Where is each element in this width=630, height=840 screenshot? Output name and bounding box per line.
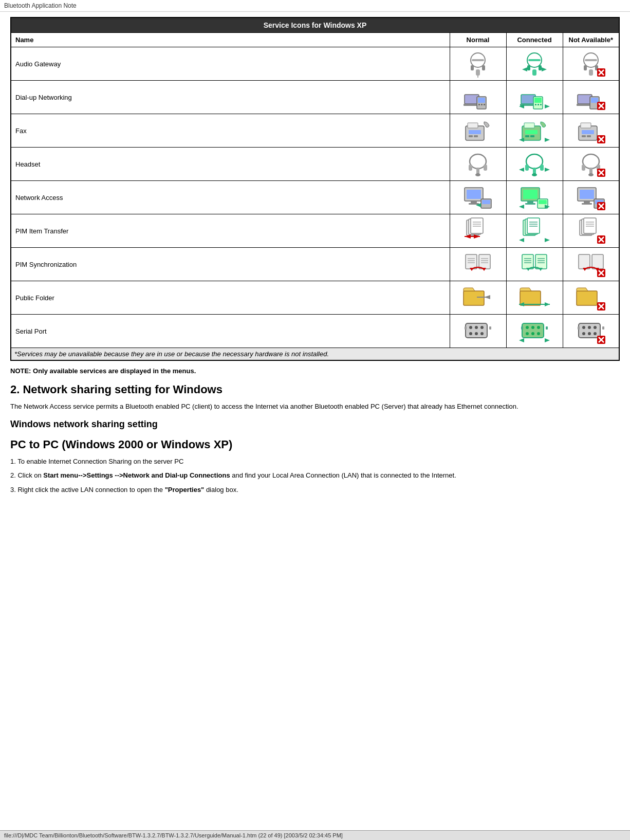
svg-point-73: [532, 173, 537, 176]
svg-rect-2: [482, 65, 485, 70]
section2-body: The Network Access service permits a Blu…: [10, 401, 620, 412]
svg-point-68: [475, 173, 480, 176]
svg-rect-77: [582, 165, 585, 171]
svg-marker-142: [470, 268, 474, 271]
svg-rect-100: [580, 190, 594, 199]
serial-port-unavailable-icon: [575, 317, 607, 345]
step3: 3. Right click the active LAN connection…: [10, 485, 620, 495]
svg-rect-66: [484, 165, 487, 171]
svg-rect-93: [527, 201, 533, 203]
svg-marker-36: [545, 104, 550, 108]
step2-bold: Start menu-->Settings -->Network and Dia…: [43, 471, 230, 479]
svg-rect-16: [585, 59, 597, 61]
svg-rect-1: [471, 65, 474, 70]
svg-rect-9: [528, 59, 541, 61]
fax-connected-icon: [518, 117, 551, 144]
table-row: Network Access: [11, 181, 619, 214]
icon-normal: [450, 148, 506, 181]
audio-gateway-connected-icon: [518, 50, 551, 78]
svg-rect-70: [525, 165, 529, 171]
svg-rect-92: [523, 190, 538, 199]
svg-rect-188: [521, 326, 523, 330]
service-icons-table: Service Icons for Windows XP Name Normal…: [10, 17, 620, 361]
sub-heading-windows: Windows network sharing setting: [10, 419, 620, 430]
col-header-normal: Normal: [450, 33, 506, 47]
public-folder-unavailable-icon: [575, 284, 607, 312]
svg-point-195: [594, 326, 597, 329]
svg-point-194: [588, 326, 591, 329]
service-name: Headset: [11, 148, 450, 181]
svg-point-177: [475, 332, 478, 335]
svg-rect-14: [584, 65, 587, 70]
service-name: Serial Port: [11, 315, 450, 348]
serial-port-normal-icon: [461, 317, 494, 345]
svg-rect-85: [467, 190, 481, 199]
svg-rect-181: [522, 323, 544, 338]
svg-rect-102: [582, 203, 592, 205]
svg-marker-124: [545, 238, 550, 242]
svg-rect-155: [592, 254, 603, 269]
fax-normal-icon: [461, 117, 494, 144]
svg-rect-96: [539, 200, 547, 204]
icon-not-available: [563, 47, 619, 81]
svg-rect-87: [469, 203, 479, 205]
svg-marker-54: [519, 138, 524, 142]
svg-point-193: [582, 326, 585, 329]
step3-bold: "Properties": [165, 486, 205, 494]
dialup-unavailable-icon: [575, 83, 607, 111]
step2-text2: and find your Local Area Connection (LAN…: [230, 471, 456, 479]
svg-rect-4: [476, 69, 480, 76]
icon-not-available: [563, 214, 619, 248]
svg-point-196: [582, 332, 585, 335]
svg-rect-58: [582, 130, 594, 134]
footer-text: file:///D|/MDC Team/Billionton/Bluetooth…: [4, 832, 343, 838]
svg-point-198: [594, 332, 597, 335]
service-name: Dial-up Networking: [11, 81, 450, 114]
svg-rect-180: [489, 326, 491, 330]
table-row: PIM Synchronization: [11, 248, 619, 281]
svg-rect-86: [471, 201, 477, 203]
icon-not-available: [563, 114, 619, 148]
table-row: Fax: [11, 114, 619, 148]
icon-normal: [450, 281, 506, 315]
icon-normal: [450, 81, 506, 114]
icon-normal: [450, 181, 506, 214]
svg-marker-123: [519, 238, 524, 242]
svg-rect-179: [465, 326, 467, 330]
svg-rect-3: [472, 59, 484, 61]
svg-marker-11: [522, 67, 527, 71]
svg-rect-101: [584, 201, 590, 203]
icon-normal: [450, 248, 506, 281]
page-header: Bluetooth Application Note: [0, 0, 630, 12]
pim-transfer-unavailable-icon: [575, 217, 607, 245]
table-main-title: Service Icons for Windows XP: [11, 17, 619, 33]
svg-point-185: [526, 332, 529, 335]
icon-connected: [506, 315, 563, 348]
svg-rect-172: [466, 323, 487, 338]
icon-connected: [506, 248, 563, 281]
svg-rect-10: [532, 69, 536, 76]
svg-rect-25: [478, 104, 480, 105]
svg-marker-190: [519, 338, 524, 342]
svg-rect-46: [469, 130, 481, 134]
svg-marker-55: [545, 138, 550, 142]
svg-marker-191: [545, 338, 550, 342]
step1-text: To enable Internet Connection Sharing on…: [17, 458, 183, 465]
svg-marker-152: [526, 268, 530, 271]
svg-rect-199: [578, 326, 580, 330]
svg-point-175: [480, 326, 484, 329]
icon-connected: [506, 181, 563, 214]
svg-rect-161: [464, 291, 484, 305]
svg-rect-192: [579, 323, 600, 338]
svg-point-174: [475, 326, 478, 329]
svg-rect-7: [527, 65, 530, 70]
network-connected-icon: [518, 184, 551, 211]
icon-not-available: [563, 315, 619, 348]
svg-rect-40: [591, 98, 598, 103]
svg-rect-135: [479, 254, 490, 269]
svg-rect-31: [534, 98, 542, 103]
table-row: Headset: [11, 148, 619, 181]
pim-transfer-normal-icon: [461, 217, 494, 245]
svg-rect-45: [468, 123, 478, 128]
svg-marker-12: [542, 67, 547, 71]
